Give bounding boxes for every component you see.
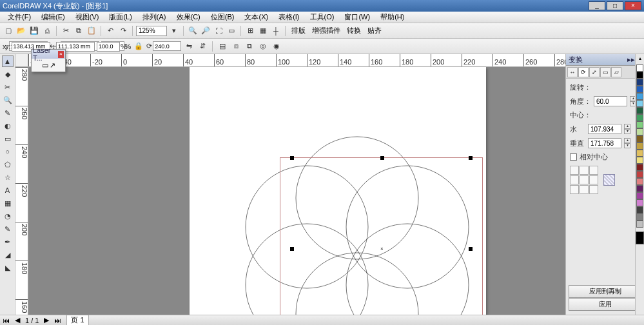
zoom-page-icon[interactable]: ▭ (226, 25, 237, 37)
grid-icon[interactable]: ▦ (257, 25, 269, 37)
color-swatch[interactable] (636, 143, 643, 150)
center-y-spinner[interactable]: ▴▾ (624, 138, 630, 148)
tab-skew[interactable]: ▱ (611, 67, 621, 77)
ellipse-tool[interactable]: ○ (2, 146, 14, 157)
center-y-input[interactable] (588, 138, 621, 148)
laser-panel[interactable]: Laser T...× ▭ ↗ (31, 49, 66, 72)
mirror-v-icon[interactable]: ⇵ (197, 41, 208, 52)
print-icon[interactable]: ⎙ (41, 25, 53, 37)
relative-center-checkbox[interactable] (570, 153, 577, 161)
copy-icon[interactable]: ⧉ (73, 25, 84, 37)
menu-tools[interactable]: 工具(O) (306, 12, 338, 23)
smart-fill-tool[interactable]: ◐ (2, 120, 14, 132)
scale-y-input[interactable] (97, 42, 120, 52)
color-swatch[interactable] (636, 164, 643, 171)
menu-edit[interactable]: 编辑(E) (37, 12, 69, 23)
color-swatch[interactable] (636, 171, 643, 178)
menu-view[interactable]: 视图(V) (72, 12, 103, 23)
color-swatch[interactable] (636, 79, 643, 86)
blend-tool[interactable]: ◔ (2, 210, 14, 222)
color-swatch[interactable] (636, 185, 643, 192)
page-nav-last-icon[interactable]: ⏭ (54, 317, 61, 324)
ruler-vertical[interactable]: 280260240220200180160 (15, 67, 28, 315)
ruler-horizontal[interactable]: -60-40-200204060801001201401601802002202… (28, 54, 565, 67)
toolbar-enhance[interactable]: 增强插件 (309, 26, 343, 35)
text-tool[interactable]: A (2, 184, 14, 196)
undo-icon[interactable]: ↶ (104, 25, 116, 37)
laser-icon-2[interactable]: ↗ (50, 61, 55, 70)
snap-icon[interactable]: ⊞ (244, 25, 256, 37)
palette-scroll-up-icon[interactable]: ▴ (639, 55, 641, 61)
angle-input[interactable] (594, 96, 627, 106)
center-x-input[interactable] (588, 124, 621, 134)
zoom-tool[interactable]: 🔍 (2, 94, 14, 106)
redo-icon[interactable]: ↷ (117, 25, 129, 37)
tab-size[interactable]: ▭ (600, 67, 610, 77)
anchor-grid[interactable] (570, 166, 598, 194)
color-swatch[interactable] (636, 114, 643, 121)
docker-title[interactable]: 变换 ▸▸ × (566, 54, 644, 66)
color-swatch[interactable] (636, 192, 643, 199)
apply-duplicate-button[interactable]: 应用到再制 (569, 285, 641, 298)
color-swatch[interactable] (636, 86, 643, 93)
eyedropper-tool[interactable]: ✎ (2, 223, 14, 235)
color-swatch[interactable] (636, 100, 643, 107)
color-swatch[interactable] (636, 199, 643, 206)
color-swatch[interactable] (636, 135, 643, 143)
zoom-dropdown-icon[interactable]: ▾ (168, 25, 180, 37)
tab-scale[interactable]: ⤢ (589, 67, 600, 77)
color-swatch[interactable] (636, 213, 643, 221)
paste-icon[interactable]: 📋 (86, 25, 97, 37)
menu-bitmap[interactable]: 位图(B) (207, 12, 239, 23)
page-nav-next-icon[interactable]: ▶ (44, 316, 49, 324)
tab-rotate[interactable]: ⟳ (578, 67, 589, 77)
menu-effects[interactable]: 效果(C) (173, 12, 204, 23)
pick-tool[interactable]: ▲ (2, 55, 14, 67)
menu-table[interactable]: 表格(I) (275, 12, 303, 23)
canvas-area[interactable]: -60-40-200204060801001201401601802002202… (15, 54, 565, 315)
zoom-out-icon[interactable]: 🔎 (200, 25, 211, 37)
toolbar-convert[interactable]: 转换 (344, 26, 364, 35)
page-nav-prev-icon[interactable]: ◀ (15, 316, 20, 324)
menu-file[interactable]: 文件(F) (4, 12, 35, 23)
color-swatch[interactable] (636, 128, 643, 135)
zoom-in-icon[interactable]: 🔍 (187, 25, 199, 37)
zoom-input[interactable] (136, 26, 167, 36)
basic-shapes-tool[interactable]: ☆ (2, 172, 14, 183)
menu-layout[interactable]: 版面(L) (105, 12, 135, 23)
color-swatch[interactable] (636, 150, 643, 157)
weld-icon[interactable]: ◉ (271, 41, 282, 52)
toolbar-layout[interactable]: 排版 (289, 26, 308, 35)
menu-arrange[interactable]: 排列(A) (139, 12, 170, 23)
page-nav-first-icon[interactable]: ⏮ (3, 317, 10, 324)
ruler-origin[interactable] (15, 54, 28, 67)
maximize-button[interactable]: □ (607, 1, 623, 10)
color-swatch[interactable] (636, 107, 643, 114)
apply-button[interactable]: 应用 (569, 298, 641, 311)
laser-close-icon[interactable]: × (58, 51, 64, 58)
tab-position[interactable]: ↔ (567, 67, 578, 77)
laser-icon-1[interactable]: ▭ (42, 61, 48, 70)
color-swatch[interactable] (636, 178, 643, 185)
docker-menu-icon[interactable]: ▸▸ (627, 55, 635, 64)
menu-help[interactable]: 帮助(H) (376, 12, 408, 23)
mirror-h-icon[interactable]: ⇋ (183, 41, 195, 52)
lock-ratio-icon[interactable]: 🔒 (133, 41, 144, 52)
new-icon[interactable]: ▢ (3, 25, 14, 37)
canvas[interactable]: × (28, 67, 565, 315)
open-icon[interactable]: 📂 (15, 25, 27, 37)
group-icon[interactable]: ⧈ (230, 41, 242, 52)
color-swatch[interactable] (636, 206, 643, 213)
ungroup-icon[interactable]: ⧉ (244, 41, 255, 52)
freehand-tool[interactable]: ✎ (2, 107, 14, 119)
color-swatch[interactable] (636, 93, 643, 100)
combine-icon[interactable]: ◎ (257, 41, 269, 52)
shape-tool[interactable]: ◆ (2, 68, 14, 80)
center-x-spinner[interactable]: ▴▾ (624, 124, 630, 134)
color-swatch[interactable] (636, 157, 643, 164)
color-swatch[interactable] (636, 64, 643, 72)
rotation-input[interactable] (153, 41, 181, 51)
interactive-fill-tool[interactable]: ◣ (2, 262, 14, 273)
zoom-fit-icon[interactable]: ⛶ (213, 25, 224, 37)
toolbar-snap[interactable]: 贴齐 (365, 26, 384, 35)
